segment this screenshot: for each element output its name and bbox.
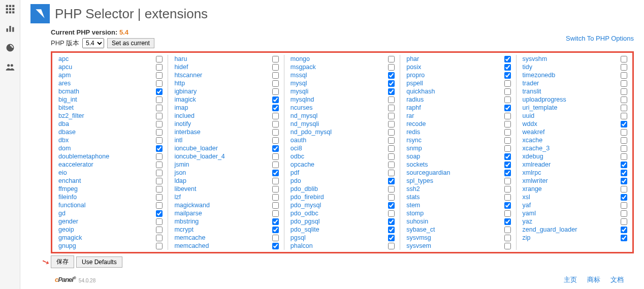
- ext-link[interactable]: quickhash: [406, 88, 435, 95]
- ext-checkbox[interactable]: [504, 178, 511, 184]
- ext-link[interactable]: haru: [174, 55, 187, 62]
- footer-link-home[interactable]: 主页: [564, 275, 577, 284]
- ext-checkbox[interactable]: [621, 72, 627, 79]
- save-button[interactable]: 保存: [51, 255, 74, 268]
- ext-checkbox[interactable]: [504, 186, 511, 192]
- ext-link[interactable]: mbstring: [174, 218, 199, 225]
- ext-link[interactable]: mailparse: [174, 210, 202, 217]
- ext-link[interactable]: pdo_mysql: [291, 202, 321, 209]
- ext-link[interactable]: htscanner: [174, 72, 202, 79]
- ext-link[interactable]: jsmin: [174, 161, 189, 168]
- ext-checkbox[interactable]: [621, 227, 627, 233]
- ext-link[interactable]: oci8: [291, 145, 302, 152]
- ext-link[interactable]: uploadprogress: [523, 96, 566, 103]
- ext-checkbox[interactable]: [504, 235, 511, 241]
- ext-link[interactable]: eaccelerator: [58, 161, 93, 168]
- ext-checkbox[interactable]: [504, 56, 511, 62]
- ext-checkbox[interactable]: [504, 88, 511, 95]
- ext-checkbox[interactable]: [272, 56, 279, 62]
- ext-checkbox[interactable]: [272, 186, 279, 192]
- ext-checkbox[interactable]: [504, 145, 511, 152]
- ext-checkbox[interactable]: [621, 88, 627, 95]
- php-version-select[interactable]: 5.4: [82, 38, 104, 48]
- ext-checkbox[interactable]: [504, 153, 511, 160]
- ext-link[interactable]: inotify: [174, 120, 191, 127]
- ext-checkbox[interactable]: [156, 113, 163, 119]
- ext-link[interactable]: ioncube_loader_4: [174, 153, 224, 160]
- ext-link[interactable]: timezonedb: [523, 72, 556, 79]
- ext-link[interactable]: ffmpeg: [58, 185, 78, 192]
- ext-checkbox[interactable]: [156, 202, 163, 209]
- ext-checkbox[interactable]: [156, 145, 163, 152]
- ext-checkbox[interactable]: [388, 56, 395, 62]
- ext-checkbox[interactable]: [621, 178, 627, 184]
- ext-link[interactable]: memcached: [174, 242, 209, 249]
- ext-checkbox[interactable]: [272, 210, 279, 217]
- ext-link[interactable]: lzf: [174, 194, 181, 201]
- ext-checkbox[interactable]: [272, 64, 279, 71]
- ext-checkbox[interactable]: [504, 97, 511, 103]
- ext-link[interactable]: apm: [58, 72, 71, 79]
- ext-link[interactable]: interbase: [174, 129, 200, 136]
- ext-link[interactable]: uuid: [523, 112, 535, 119]
- ext-checkbox[interactable]: [621, 97, 627, 103]
- ext-checkbox[interactable]: [388, 243, 395, 249]
- ext-checkbox[interactable]: [504, 105, 511, 111]
- ext-link[interactable]: nd_pdo_mysql: [291, 129, 332, 136]
- ext-checkbox[interactable]: [272, 105, 279, 111]
- ext-checkbox[interactable]: [272, 145, 279, 152]
- ext-link[interactable]: opcache: [291, 161, 314, 168]
- ext-link[interactable]: xrange: [523, 185, 542, 192]
- ext-link[interactable]: uri_template: [523, 104, 558, 111]
- ext-checkbox[interactable]: [156, 72, 163, 79]
- ext-link[interactable]: ssh2: [406, 185, 420, 192]
- ext-link[interactable]: pdo_pgsql: [291, 218, 320, 225]
- ext-link[interactable]: phalcon: [291, 242, 313, 249]
- ext-checkbox[interactable]: [388, 227, 395, 233]
- ext-checkbox[interactable]: [272, 235, 279, 241]
- ext-link[interactable]: dbase: [58, 129, 76, 136]
- ext-link[interactable]: raphf: [406, 104, 421, 111]
- ext-checkbox[interactable]: [388, 121, 395, 127]
- ext-checkbox[interactable]: [272, 88, 279, 95]
- ext-checkbox[interactable]: [272, 178, 279, 184]
- stats-icon[interactable]: [5, 23, 15, 34]
- ext-checkbox[interactable]: [621, 121, 627, 127]
- ext-link[interactable]: msgpack: [291, 63, 316, 71]
- ext-checkbox[interactable]: [156, 218, 163, 225]
- ext-checkbox[interactable]: [156, 80, 163, 87]
- ext-checkbox[interactable]: [504, 137, 511, 144]
- ext-checkbox[interactable]: [388, 202, 395, 209]
- ext-checkbox[interactable]: [504, 243, 511, 249]
- ext-link[interactable]: json: [174, 169, 186, 176]
- ext-link[interactable]: pdo: [291, 177, 301, 184]
- ext-checkbox[interactable]: [388, 64, 395, 71]
- ext-checkbox[interactable]: [272, 194, 279, 201]
- ext-link[interactable]: phar: [406, 55, 419, 62]
- ext-checkbox[interactable]: [388, 170, 395, 176]
- ext-link[interactable]: mysqli: [291, 88, 308, 95]
- ext-link[interactable]: fileinfo: [58, 194, 77, 201]
- ext-link[interactable]: big_int: [58, 96, 77, 103]
- ext-link[interactable]: suhosin: [406, 218, 428, 225]
- ext-checkbox[interactable]: [156, 186, 163, 192]
- ext-link[interactable]: mssql: [291, 72, 307, 79]
- ext-checkbox[interactable]: [504, 194, 511, 201]
- ext-link[interactable]: apc: [58, 55, 69, 62]
- ext-checkbox[interactable]: [504, 162, 511, 168]
- ext-link[interactable]: pdo_sqlite: [291, 226, 319, 233]
- ext-checkbox[interactable]: [156, 170, 163, 176]
- ext-checkbox[interactable]: [504, 80, 511, 87]
- grid-icon[interactable]: [5, 4, 15, 14]
- ext-checkbox[interactable]: [156, 153, 163, 160]
- dashboard-icon[interactable]: [5, 43, 15, 53]
- ext-checkbox[interactable]: [504, 72, 511, 79]
- ext-checkbox[interactable]: [621, 218, 627, 225]
- ext-checkbox[interactable]: [621, 153, 627, 160]
- ext-link[interactable]: ares: [58, 80, 71, 87]
- ext-checkbox[interactable]: [156, 137, 163, 144]
- ext-link[interactable]: ldap: [174, 177, 186, 184]
- ext-link[interactable]: stomp: [406, 210, 424, 217]
- ext-link[interactable]: hidef: [174, 63, 188, 71]
- ext-checkbox[interactable]: [388, 178, 395, 184]
